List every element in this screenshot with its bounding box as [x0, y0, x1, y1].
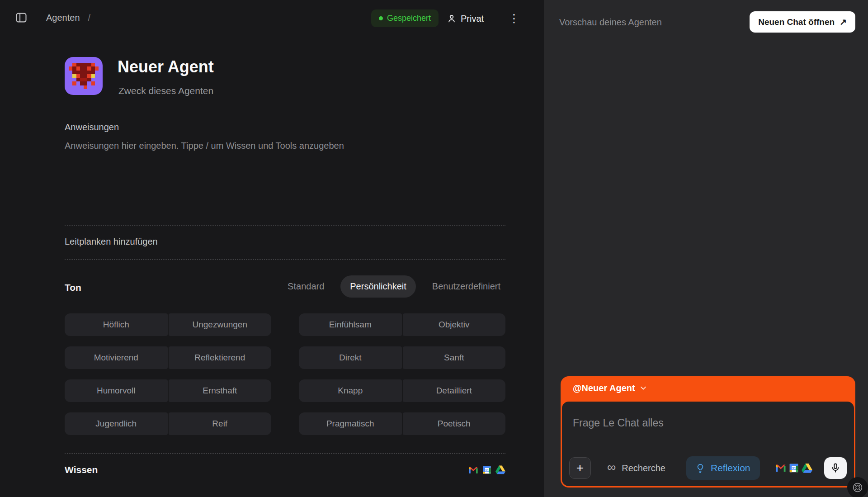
- tone-row: Knapp Detailliert: [299, 379, 505, 402]
- breadcrumb-separator: /: [88, 13, 91, 23]
- help-button[interactable]: [847, 477, 868, 497]
- tone-row: Einfühlsam Objektiv: [299, 313, 505, 336]
- preview-title: Vorschau deines Agenten: [559, 17, 662, 28]
- google-drive-icon[interactable]: [802, 464, 812, 473]
- tone-option-pragmatisch[interactable]: Pragmatisch: [299, 412, 402, 435]
- tone-option-ernsthaft[interactable]: Ernsthaft: [169, 379, 272, 402]
- tone-option-sanft[interactable]: Sanft: [403, 346, 506, 369]
- tab-custom[interactable]: Benutzerdefiniert: [432, 281, 500, 292]
- separator: [65, 225, 505, 226]
- kebab-icon: ⋮: [509, 12, 520, 25]
- tone-option-reflektierend[interactable]: Reflektierend: [169, 346, 272, 369]
- voice-input-button[interactable]: [824, 457, 847, 479]
- tone-row: Pragmatisch Poetisch: [299, 412, 505, 435]
- plus-icon: +: [576, 461, 584, 475]
- reflection-label: Reflexion: [711, 463, 750, 473]
- connector-icons: 31: [775, 463, 812, 473]
- tone-option-poetisch[interactable]: Poetisch: [403, 412, 506, 435]
- agent-preview-panel: Vorschau deines Agenten Neuen Chat öffne…: [544, 0, 868, 497]
- tone-option-ungezwungen[interactable]: Ungezwungen: [169, 313, 272, 336]
- search-tool-label: Recherche: [622, 463, 665, 473]
- agent-editor-panel: Agenten / Gespeichert Privat ⋮ Neuer Age…: [0, 0, 544, 497]
- tone-options-grid: Höflich Ungezwungen Motivierend Reflekti…: [65, 313, 505, 435]
- agent-name-field[interactable]: Neuer Agent: [118, 57, 214, 76]
- breadcrumb-agents-link[interactable]: Agenten: [46, 13, 80, 23]
- gmail-icon[interactable]: [468, 466, 478, 474]
- tone-option-objektiv[interactable]: Objektiv: [403, 313, 506, 336]
- chat-input[interactable]: Frage Le Chat alles: [573, 417, 664, 429]
- tone-option-knapp[interactable]: Knapp: [299, 379, 402, 402]
- tone-row: Humorvoll Ernsthaft: [65, 379, 271, 402]
- separator: [65, 259, 505, 260]
- chat-input-area: Frage Le Chat alles + ∞ Recherche Reflex…: [562, 402, 854, 486]
- search-tool-icon: ∞: [607, 461, 616, 473]
- saved-status-badge: Gespeichert: [371, 9, 439, 27]
- tone-option-reif[interactable]: Reif: [169, 412, 272, 435]
- more-options-button[interactable]: ⋮: [507, 9, 521, 27]
- tone-tabs: Standard Persönlichkeit Benutzerdefinier…: [288, 275, 500, 298]
- tone-row: Direkt Sanft: [299, 346, 505, 369]
- reflection-toggle[interactable]: Reflexion: [686, 456, 760, 480]
- open-new-chat-button[interactable]: Neuen Chat öffnen ↗: [750, 11, 855, 33]
- tone-row: Motivierend Reflektierend: [65, 346, 271, 369]
- tone-option-motivierend[interactable]: Motivierend: [65, 346, 168, 369]
- panel-left-icon: [15, 11, 28, 24]
- add-guardrails-button[interactable]: Leitplanken hinzufügen: [65, 237, 158, 247]
- instructions-input[interactable]: Anweisungen hier eingeben. Tippe / um Wi…: [65, 141, 472, 151]
- google-calendar-icon[interactable]: 31: [482, 465, 491, 474]
- gmail-icon[interactable]: [775, 464, 786, 472]
- lifebuoy-icon: [852, 482, 863, 493]
- tone-column-left: Höflich Ungezwungen Motivierend Reflekti…: [65, 313, 271, 435]
- tab-standard[interactable]: Standard: [288, 281, 324, 292]
- instructions-label: Anweisungen: [65, 122, 119, 133]
- tone-column-right: Einfühlsam Objektiv Direkt Sanft Knapp D…: [299, 313, 505, 435]
- pixel-avatar-icon: [69, 63, 99, 89]
- saved-dot-icon: [379, 16, 383, 20]
- tone-option-direkt[interactable]: Direkt: [299, 346, 402, 369]
- person-icon: [447, 14, 457, 24]
- saved-badge-label: Gespeichert: [387, 14, 431, 23]
- open-new-chat-label: Neuen Chat öffnen: [758, 17, 835, 27]
- tone-option-einfuehlsam[interactable]: Einfühlsam: [299, 313, 402, 336]
- tone-row: Höflich Ungezwungen: [65, 313, 271, 336]
- chat-controls: + ∞ Recherche Reflexion: [569, 456, 847, 480]
- lightbulb-icon: [696, 463, 705, 473]
- tone-option-humorvoll[interactable]: Humorvoll: [65, 379, 168, 402]
- microphone-icon: [830, 463, 841, 473]
- tone-row: Jugendlich Reif: [65, 412, 271, 435]
- knowledge-section-label: Wissen: [65, 464, 98, 475]
- tone-option-detailliert[interactable]: Detailliert: [403, 379, 506, 402]
- arrow-up-right-icon: ↗: [840, 17, 847, 27]
- google-calendar-icon[interactable]: 31: [789, 463, 799, 473]
- agent-mention-label: @Neuer Agent: [573, 383, 635, 393]
- web-search-toggle[interactable]: ∞ Recherche: [607, 463, 665, 473]
- agent-purpose-field[interactable]: Zweck dieses Agenten: [118, 85, 213, 96]
- privacy-label: Privat: [461, 14, 484, 24]
- google-drive-icon[interactable]: [495, 465, 505, 474]
- tone-option-jugendlich[interactable]: Jugendlich: [65, 412, 168, 435]
- tone-section-label: Ton: [65, 282, 81, 293]
- breadcrumb: Agenten /: [46, 13, 90, 23]
- svg-text:31: 31: [792, 467, 796, 471]
- separator: [65, 453, 505, 454]
- sidebar-toggle-button[interactable]: [14, 10, 29, 25]
- agent-avatar[interactable]: [65, 57, 103, 95]
- privacy-button[interactable]: Privat: [447, 11, 484, 26]
- chat-input-container: @Neuer Agent Frage Le Chat alles + ∞ Rec…: [561, 376, 855, 488]
- agent-mention-selector[interactable]: @Neuer Agent: [573, 383, 646, 393]
- attach-button[interactable]: +: [569, 457, 591, 479]
- tab-personality[interactable]: Persönlichkeit: [340, 275, 416, 298]
- chevron-down-icon: [640, 386, 646, 390]
- svg-text:31: 31: [485, 469, 489, 473]
- knowledge-connector-icons: 31: [468, 465, 505, 474]
- tone-option-hoeflich[interactable]: Höflich: [65, 313, 168, 336]
